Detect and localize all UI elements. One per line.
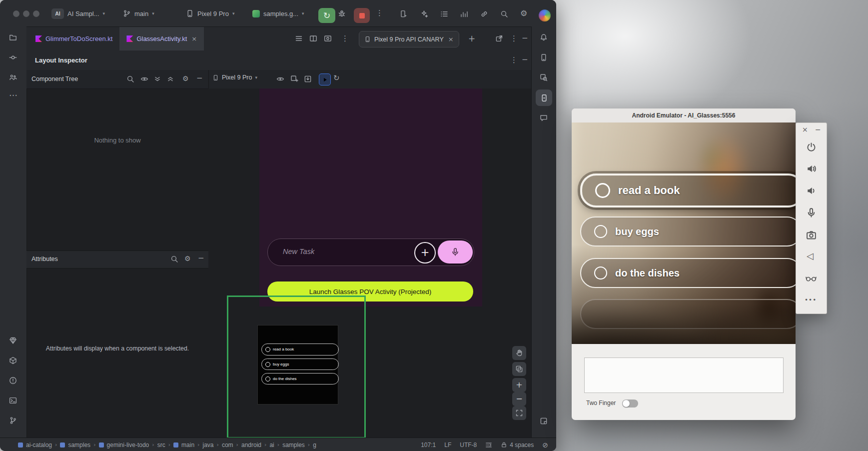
window-zoom-button[interactable] [33,10,39,17]
zoom-in-button[interactable]: + [512,378,526,392]
tab-glassesactivity[interactable]: GlassesActivity.kt × [119,27,204,50]
build-icon[interactable] [8,356,17,365]
todo-pill[interactable]: buy eggs [580,216,796,246]
task-list-icon[interactable] [440,10,448,18]
mini-todo-pill[interactable]: read a book [261,344,339,356]
volume-up-button[interactable] [806,163,817,174]
breadcrumb-item[interactable]: ai-catalog [26,442,52,448]
new-task-input[interactable]: New Task + [267,238,474,266]
running-device-tab[interactable]: Pixel 9 Pro API CANARY × [359,31,459,48]
breadcrumb-item[interactable]: src [157,442,165,448]
emulator-text-input[interactable] [584,358,784,393]
preview-device-selector[interactable]: Pixel 9 Pro ▾ [212,74,257,81]
terminal-icon[interactable] [8,396,17,405]
live-updates-toggle-icon[interactable] [319,74,331,86]
hide-attrs-icon[interactable]: − [198,254,204,262]
breadcrumb-item[interactable]: android [241,442,261,448]
window-close-button[interactable] [13,10,19,17]
camera-button[interactable] [806,230,817,240]
tree-visibility-icon[interactable] [140,75,148,83]
search-icon[interactable] [500,10,508,18]
more-tools-icon[interactable]: … [9,89,17,98]
hide-inspector-icon[interactable]: − [522,56,528,64]
close-tab-icon[interactable]: × [191,36,197,42]
encoding-widget[interactable]: UTF-8 [460,442,477,448]
breadcrumb-item[interactable]: samples [68,442,90,448]
glasses-button[interactable] [806,273,817,284]
line-separator-widget[interactable]: LF [444,442,451,448]
attrs-settings-icon[interactable]: ⚙ [184,255,191,262]
chat-icon[interactable] [539,114,548,122]
device-selector[interactable]: Pixel 9 Pro ▾ [186,6,234,20]
running-devices-active-button[interactable] [536,90,552,106]
inspector-kebab-icon[interactable]: ⋮ [510,56,518,64]
mic-button[interactable] [806,207,817,218]
inspection-status-icon[interactable]: ⊘ [542,442,548,448]
emulator-minimize-icon[interactable]: − [815,126,821,133]
breadcrumb-item[interactable]: ai [269,442,274,448]
devices-kebab-icon[interactable]: ⋮ [510,35,518,42]
debug-button[interactable] [338,10,346,18]
back-button[interactable]: ◁ [807,252,814,260]
hide-tree-icon[interactable]: − [196,74,203,82]
layers-button[interactable] [512,362,526,376]
emulator-titlebar[interactable]: Android Emulator - AI_Glasses:5556 [572,108,796,123]
structure-icon[interactable] [8,73,17,82]
emulator-close-icon[interactable]: × [802,126,808,133]
refresh-icon[interactable]: ↻ [333,74,340,82]
add-task-button[interactable]: + [414,242,436,264]
rerun-button[interactable]: ↻ [318,8,335,23]
power-button[interactable] [806,142,817,152]
breadcrumb-item[interactable]: gemini-live-todo [107,442,149,448]
glasses-camera-view[interactable]: read a book buy eggs do the dishes [572,122,796,344]
view-options-icon[interactable] [276,75,284,83]
run-config-selector[interactable]: samples.g... ▾ [252,6,304,20]
stop-button[interactable] [354,8,370,23]
project-folder-icon[interactable] [8,33,17,42]
window-minimize-button[interactable] [23,10,29,17]
todo-pill-focused[interactable]: read a book [580,174,796,208]
more-options-button[interactable]: ••• [805,297,817,303]
todo-pill[interactable]: do the dishes [580,258,796,288]
user-avatar[interactable] [539,10,551,22]
hide-devices-icon[interactable]: − [522,34,528,42]
device-manager-icon[interactable] [539,53,548,62]
open-in-window-icon[interactable] [495,34,503,42]
breadcrumb-item[interactable]: main [181,442,194,448]
add-snapshot-icon[interactable] [290,75,298,83]
project-selector[interactable]: AI AI Sampl... ▾ [51,6,105,20]
mirrored-app-screen[interactable]: New Task + Launch Glasses POV Activity (… [259,88,482,306]
export-snapshot-icon[interactable] [304,75,312,83]
collapse-all-icon[interactable] [166,75,174,83]
link-icon[interactable] [480,10,488,18]
tab-glimmertodoscreen[interactable]: GlimmerToDoScreen.kt [28,27,119,50]
layout-corners-icon[interactable] [539,416,548,426]
run-more-kebab[interactable]: ⋮ [376,10,383,17]
notifications-bell-icon[interactable] [539,33,548,42]
caret-position-widget[interactable]: 107:1 [421,442,436,448]
device-mirror-icon[interactable] [400,10,408,18]
attrs-search-icon[interactable] [170,255,178,263]
vcs-icon[interactable] [8,416,17,425]
screenshot-icon[interactable] [324,34,332,42]
mini-todo-pill[interactable]: buy eggs [261,358,339,370]
indent-widget[interactable]: 4 spaces [501,442,534,448]
editor-kebab-icon[interactable]: ⋮ [341,35,349,42]
split-editor-icon[interactable] [309,34,317,42]
mini-todo-pill[interactable]: do the dishes [261,373,339,384]
problems-icon[interactable] [8,376,17,385]
breadcrumb-item[interactable]: com [222,442,233,448]
tree-search-icon[interactable] [126,75,134,83]
zoom-out-button[interactable]: − [512,392,526,406]
commit-icon[interactable] [8,53,17,62]
breadcrumb-item[interactable]: samples [282,442,305,448]
close-device-icon[interactable]: × [448,36,454,42]
assistant-sparkle-icon[interactable] [420,10,428,18]
app-inspection-icon[interactable] [539,73,548,82]
indent-column-icon[interactable] [485,442,492,448]
add-device-icon[interactable]: + [468,34,475,43]
gem-icon[interactable] [8,336,17,345]
branch-selector[interactable]: main ▾ [123,6,154,20]
tree-settings-icon[interactable]: ⚙ [182,75,189,82]
volume-down-button[interactable] [806,185,817,196]
